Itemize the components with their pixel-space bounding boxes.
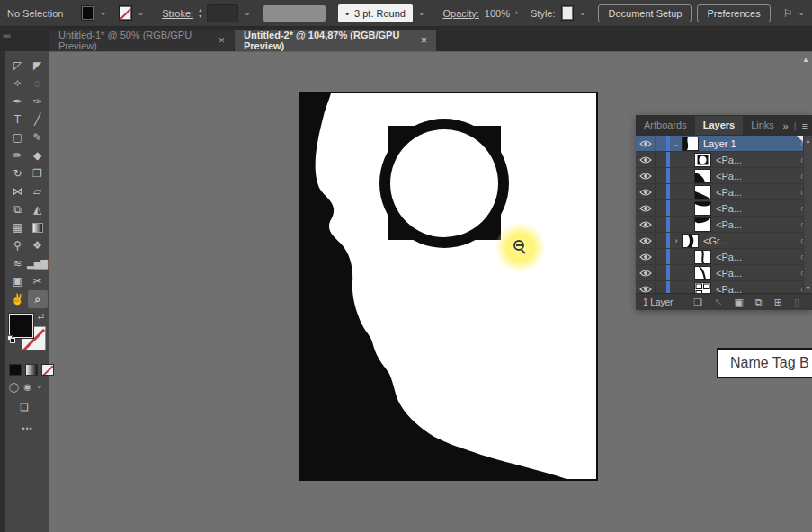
visibility-eye-icon[interactable]	[636, 136, 656, 151]
panel-collapse-icon[interactable]: ««	[3, 31, 10, 40]
stepper-down-icon[interactable]: ▾	[199, 13, 201, 19]
scroll-down-icon[interactable]: ▼	[805, 285, 811, 291]
screen-mode-icon[interactable]: ❏	[20, 402, 29, 413]
fill-indicator-swatch[interactable]	[9, 314, 33, 338]
artboard-tool[interactable]: ▣	[8, 272, 28, 290]
layer-row-1[interactable]: <Pa...○	[636, 152, 812, 168]
hand-tool[interactable]: ✌	[8, 290, 28, 308]
pen-tool[interactable]: ✒	[8, 93, 28, 111]
brush-definition-dropdown[interactable]: • 3 pt. Round	[338, 4, 413, 22]
graph-tool[interactable]: ▂▅▇	[28, 254, 48, 272]
collect-for-export-icon[interactable]: ❏	[693, 297, 702, 308]
make-clipping-mask-icon[interactable]: ▣	[734, 297, 743, 308]
draw-mode-chevron-icon[interactable]: ⌄	[36, 382, 43, 392]
stroke-link[interactable]: Stroke:	[162, 8, 193, 19]
slice-tool[interactable]: ✂	[28, 272, 48, 290]
opacity-value[interactable]: 100%	[485, 8, 510, 19]
layer-thumbnail[interactable]	[695, 186, 710, 199]
tab-untitled-1[interactable]: Untitled-1* @ 50% (RGB/GPU Preview) ×	[49, 30, 234, 51]
layer-name[interactable]: <Pa...	[716, 219, 794, 230]
visibility-eye-icon[interactable]	[636, 233, 656, 248]
create-new-sublayer-icon[interactable]: ⧉	[755, 297, 763, 308]
layer-thumbnail[interactable]	[695, 251, 710, 263]
layer-name[interactable]: <Pa...	[716, 252, 794, 262]
visibility-eye-icon[interactable]	[636, 281, 656, 293]
layer-thumbnail[interactable]	[695, 267, 710, 279]
layer-row-4[interactable]: <Pa...○	[636, 200, 812, 217]
opacity-link[interactable]: Opacity:	[442, 8, 478, 19]
scale-tool[interactable]: ❐	[28, 164, 48, 182]
visibility-eye-icon[interactable]	[636, 152, 656, 167]
draw-normal-icon[interactable]: ◯	[9, 382, 19, 392]
layer-row-6[interactable]: ›<Gr...○	[636, 233, 812, 249]
layers-scrollbar[interactable]: ▲ ▼	[803, 136, 812, 293]
layer-name[interactable]: <Pa...	[716, 203, 794, 214]
default-colors-icon[interactable]	[7, 335, 16, 344]
scroll-up-icon[interactable]: ▲	[805, 137, 811, 144]
document-setup-button[interactable]: Document Setup	[598, 4, 692, 22]
canvas-scroll-up-icon[interactable]: ▲	[802, 56, 809, 64]
tab-close-icon[interactable]: ×	[219, 34, 225, 47]
visibility-eye-icon[interactable]	[636, 200, 656, 216]
visibility-eye-icon[interactable]	[636, 265, 656, 280]
layer-name[interactable]: <Pa...	[716, 284, 794, 294]
fill-chevron-icon[interactable]: ⌄	[100, 9, 107, 17]
style-swatch[interactable]	[561, 5, 574, 21]
rotate-tool[interactable]: ↻	[8, 164, 28, 182]
edit-toolbar-dots-icon[interactable]: •••	[5, 424, 49, 433]
stroke-chevron-icon[interactable]: ⌄	[138, 9, 145, 17]
shape-builder-tool[interactable]: ⧉	[8, 200, 28, 218]
layer-row-5[interactable]: <Pa...○	[636, 217, 812, 233]
layer-thumbnail[interactable]	[683, 137, 698, 150]
width-tool[interactable]: ⋈	[8, 182, 28, 200]
perspective-grid-tool[interactable]: ◭	[28, 200, 48, 218]
preferences-button[interactable]: Preferences	[697, 4, 770, 22]
layer-thumbnail[interactable]	[683, 235, 698, 247]
visibility-eye-icon[interactable]	[636, 184, 656, 200]
visibility-eye-icon[interactable]	[636, 217, 656, 232]
tab-layers[interactable]: Layers	[695, 116, 743, 135]
direct-selection-tool[interactable]: ◤	[28, 57, 48, 75]
layer-thumbnail[interactable]	[695, 283, 710, 294]
workspace-chevron-icon[interactable]: ⌄	[798, 9, 805, 17]
layer-thumbnail[interactable]	[695, 202, 710, 215]
stepper-up-icon[interactable]: ▴	[199, 7, 201, 13]
style-chevron-icon[interactable]: ⌄	[579, 9, 586, 17]
blend-tool[interactable]: ❖	[28, 236, 48, 254]
layer-name[interactable]: <Pa...	[716, 155, 794, 165]
gradient-mode-button[interactable]	[25, 364, 38, 376]
paintbrush-tool[interactable]: ✎	[28, 129, 48, 146]
artboard[interactable]	[299, 92, 598, 481]
curvature-tool[interactable]: ✑	[28, 93, 48, 111]
visibility-eye-icon[interactable]	[636, 249, 656, 264]
eyedropper-tool[interactable]: ⚲	[8, 236, 28, 254]
opacity-chevron-icon[interactable]: ›	[515, 9, 518, 17]
layer-name[interactable]: <Gr...	[703, 235, 794, 246]
panel-menu-icon[interactable]: ≡	[802, 120, 808, 131]
workspace-icon[interactable]: ⚐	[783, 7, 793, 20]
layer-thumbnail[interactable]	[695, 154, 710, 166]
layer-row-3[interactable]: <Pa...○	[636, 184, 812, 200]
layer-row-0[interactable]: ⌄Layer 1○	[636, 136, 812, 152]
type-tool[interactable]: T	[8, 111, 28, 129]
mesh-tool[interactable]: ▦	[8, 218, 28, 236]
panel-expand-icon[interactable]: »	[783, 120, 789, 131]
zoom-tool[interactable]: ⌕	[28, 290, 48, 308]
free-transform-tool[interactable]: ▱	[28, 182, 48, 200]
stroke-weight-dropdown[interactable]	[207, 4, 238, 22]
layer-name[interactable]: <Pa...	[716, 268, 794, 279]
tab-close-icon[interactable]: ×	[421, 34, 427, 47]
color-mode-button[interactable]	[9, 364, 22, 376]
draw-behind-icon[interactable]: ◉	[23, 382, 31, 392]
layer-thumbnail[interactable]	[695, 218, 710, 231]
rectangle-tool[interactable]: ▢	[8, 129, 28, 146]
layer-thumbnail[interactable]	[695, 170, 710, 182]
layer-name[interactable]: Layer 1	[703, 138, 794, 149]
layer-row-9[interactable]: <Pa...○	[636, 281, 812, 293]
eraser-tool[interactable]: ◆	[28, 146, 48, 164]
tab-artboards[interactable]: Artboards	[636, 116, 695, 135]
tab-links[interactable]: Links	[743, 116, 782, 135]
pencil-tool[interactable]: ✏	[8, 146, 28, 164]
magic-wand-tool[interactable]: ✧	[8, 75, 28, 93]
tab-untitled-2[interactable]: Untitled-2* @ 104,87% (RGB/GPU Preview) …	[235, 30, 436, 51]
